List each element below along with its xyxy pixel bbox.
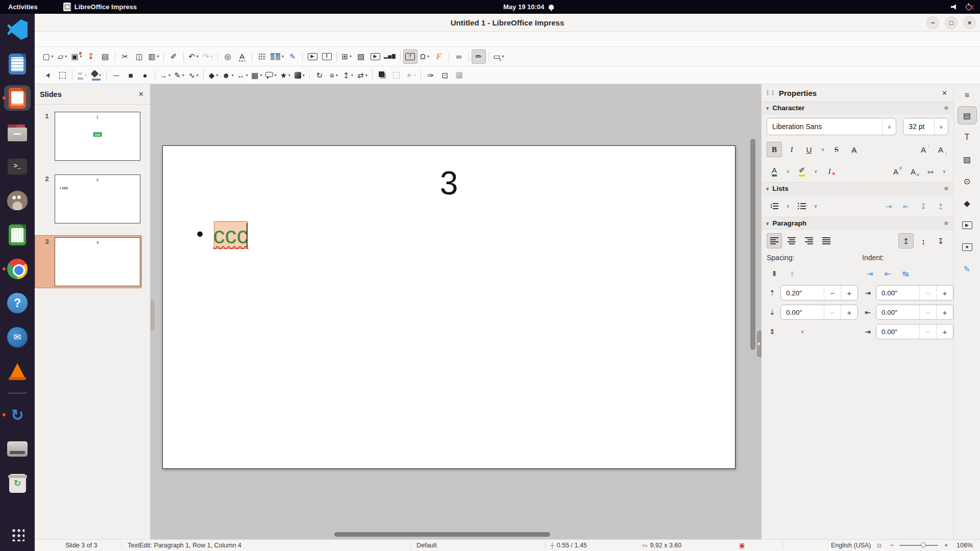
export-pdf-button[interactable]: ↧ <box>84 49 98 64</box>
save-button[interactable]: ▣ ▾ <box>69 49 84 64</box>
close-document-button[interactable]: ✕ <box>968 3 975 12</box>
tab-navigator[interactable]: ⊙ <box>958 172 977 190</box>
symbol-shapes-button[interactable]: ☻ ▾ <box>220 68 235 82</box>
indent-after-increase[interactable]: + <box>936 305 953 319</box>
dock-app-grid[interactable] <box>2 521 33 547</box>
menu-slide[interactable] <box>96 37 106 41</box>
dock-vlc[interactable] <box>2 359 33 384</box>
font-color-dropdown-icon[interactable]: ∨ <box>784 164 792 179</box>
spacing-above-value[interactable]: 0.20″ <box>781 286 824 300</box>
highlight-color-button[interactable]: ✐ <box>794 164 810 179</box>
menu-insert[interactable] <box>76 37 86 41</box>
sidebar-settings-button[interactable]: ≡ <box>958 88 977 103</box>
align-left-button[interactable] <box>767 233 782 248</box>
increase-font-size-button[interactable]: A <box>916 142 931 157</box>
maximize-button[interactable]: □ <box>945 16 958 29</box>
new-slide-button[interactable]: ▭ ▾ <box>492 49 506 64</box>
copy-button[interactable]: ◫ <box>132 49 146 64</box>
indent-before-decrease[interactable]: − <box>919 286 936 300</box>
slides-panel-close-icon[interactable]: ✕ <box>138 90 144 98</box>
dock-drive[interactable] <box>2 436 33 462</box>
font-size-dropdown-icon[interactable]: ∨ <box>934 118 948 135</box>
horizontal-scrollbar[interactable] <box>334 532 550 537</box>
insert-chart-button[interactable]: ▂▅▇ <box>382 49 398 64</box>
connectors-button[interactable]: ∿ ▾ <box>186 68 201 82</box>
underline-button[interactable]: U <box>801 142 817 157</box>
font-name-combobox[interactable]: Liberation Sans ∨ <box>767 118 896 135</box>
decrease-indent-button[interactable]: ⇤ <box>880 266 895 281</box>
paragraph-section-header[interactable]: ∨ Paragraph ≡ <box>762 217 953 230</box>
spacing-below-increase[interactable]: + <box>841 305 857 319</box>
image-filter-button[interactable]: ✶ ▾ <box>404 68 418 82</box>
tab-animation[interactable]: ★ <box>958 238 977 256</box>
menu-edit[interactable] <box>55 37 65 41</box>
flowchart-button[interactable]: ▦ ▾ <box>250 68 264 82</box>
bullet-text[interactable]: ccc <box>213 223 249 247</box>
move-up-button[interactable]: ↥ <box>933 198 948 214</box>
zoom-in-button[interactable]: + <box>944 540 948 551</box>
indent-after-decrease[interactable]: − <box>919 305 936 319</box>
slide-thumb-3[interactable]: 3 3 <box>35 235 142 288</box>
dock-files[interactable] <box>2 119 33 145</box>
first-line-indent-value[interactable]: 0.00″ <box>876 324 919 339</box>
window-title-bar[interactable]: Untitled 1 - LibreOffice Impress − □ × <box>35 14 980 32</box>
align-top-button[interactable]: ↥ <box>898 233 914 248</box>
fit-slide-icon[interactable]: ⊡ <box>877 540 881 551</box>
points-button[interactable]: ✑ <box>424 68 438 82</box>
line-spacing-dropdown-icon[interactable]: ∨ <box>798 324 806 339</box>
lists-section-header[interactable]: ∨ Lists ≡ <box>762 182 953 195</box>
slide-page[interactable]: 3 • ccc <box>162 145 736 469</box>
indent-before-increase[interactable]: + <box>936 286 953 300</box>
hanging-indent-button[interactable]: ↹ <box>898 266 913 281</box>
find-replace-button[interactable]: ◎ <box>220 49 235 64</box>
first-line-indent-decrease[interactable]: − <box>919 324 936 339</box>
slide-thumbnail[interactable]: 2 • bbb <box>55 174 140 223</box>
3d-objects-button[interactable]: ▾ <box>292 68 307 82</box>
font-color-button[interactable]: A <box>767 164 782 179</box>
unordered-list-button[interactable] <box>767 198 782 214</box>
new-button[interactable]: ▢ ▾ <box>41 49 55 64</box>
line-color-button[interactable]: ✒ ▾ <box>75 68 89 82</box>
dock-thunderbird[interactable]: ✉ <box>2 324 33 350</box>
ordered-list-dropdown-icon[interactable]: ∨ <box>812 198 820 214</box>
dock-help[interactable]: ? <box>2 290 33 316</box>
insert-image-button[interactable]: ▧ <box>354 49 368 64</box>
zoom-slider-knob[interactable] <box>921 542 926 547</box>
indent-before-spinner[interactable]: 0.00″ − + <box>876 285 953 300</box>
shadow-button[interactable] <box>375 68 389 82</box>
insert-comment-button[interactable]: ✎ <box>285 49 300 64</box>
character-spacing-button[interactable]: ⇿ <box>923 164 938 179</box>
panel-menu-icon[interactable]: ≡ <box>944 185 948 192</box>
slide-thumb-2[interactable]: 2 2 • bbb <box>35 172 142 226</box>
insert-table-button[interactable]: ⊞ ▾ <box>339 49 354 64</box>
dock-writer[interactable] <box>2 51 33 77</box>
selected-text-highlight[interactable]: ccc <box>214 221 248 249</box>
spacing-below-decrease[interactable]: − <box>824 305 841 319</box>
font-size-combobox[interactable]: 32 pt ∨ <box>903 118 948 135</box>
ordered-list-button[interactable] <box>794 198 810 214</box>
spacing-above-spinner[interactable]: 0.20″ − + <box>780 285 858 300</box>
decrease-font-size-button[interactable]: A <box>933 142 948 157</box>
minimize-button[interactable]: − <box>926 16 939 29</box>
vertical-scrollbar[interactable] <box>750 139 755 350</box>
menu-tools[interactable] <box>116 37 127 41</box>
fill-color-button[interactable]: ▾ <box>89 68 104 82</box>
dock-impress[interactable] <box>2 85 33 111</box>
first-line-indent-increase[interactable]: + <box>936 324 953 339</box>
tab-styles[interactable]: T <box>958 128 977 146</box>
app-menu[interactable]: LibreOffice Impress <box>63 3 137 11</box>
rectangle-button[interactable]: ■ <box>124 68 138 82</box>
print-button[interactable]: ▤ <box>98 49 112 64</box>
spelling-button[interactable]: A <box>235 49 249 64</box>
font-name-value[interactable]: Liberation Sans <box>767 118 882 135</box>
align-center-button[interactable] <box>784 233 799 248</box>
increase-paragraph-spacing-button[interactable]: ⇞ <box>767 266 782 281</box>
system-status-area[interactable] <box>951 4 980 10</box>
ellipse-button[interactable]: ● <box>138 68 152 82</box>
block-arrows-button[interactable]: ↔ ▾ <box>235 68 250 82</box>
insert-hyperlink-button[interactable]: ∞ <box>452 49 466 64</box>
spacing-below-value[interactable]: 0.00″ <box>781 305 824 319</box>
demote-button[interactable]: ⇥ <box>881 198 896 214</box>
insert-media-button[interactable]: ▶ <box>368 49 382 64</box>
panel-menu-icon[interactable]: ≡ <box>944 104 948 112</box>
